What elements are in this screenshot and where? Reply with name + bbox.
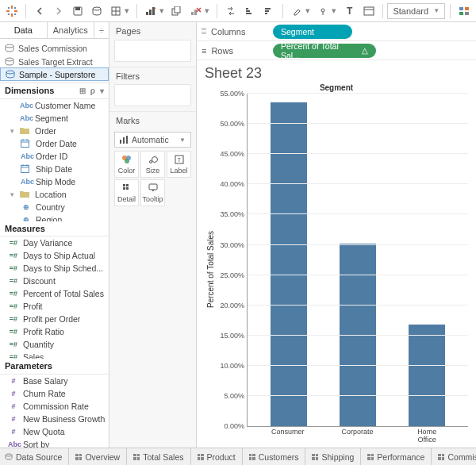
parameter-field[interactable]: #Base Salary	[0, 375, 109, 387]
measure-field[interactable]: =#Profit Ratio	[0, 325, 109, 338]
svg-point-38	[6, 58, 13, 61]
sort-asc-icon[interactable]	[241, 2, 259, 20]
new-datasource-icon[interactable]	[88, 2, 106, 20]
group-icon[interactable]	[314, 2, 332, 20]
dimension-field[interactable]: AbcCustomer Name	[0, 99, 109, 112]
bar-consumer[interactable]	[271, 102, 307, 426]
measure-field[interactable]: =#Days to Ship Actual	[0, 249, 109, 262]
x-tick: Home Office	[409, 428, 445, 444]
svg-rect-33	[459, 7, 463, 10]
sheet-tab[interactable]: Shipping	[305, 448, 361, 465]
dimension-field[interactable]: AbcOrder ID	[0, 150, 109, 163]
logo-icon[interactable]	[3, 2, 21, 20]
measure-field[interactable]: =#Day Variance	[0, 236, 109, 249]
duplicate-icon[interactable]	[168, 2, 186, 20]
sheet-tab[interactable]: Performance	[361, 448, 432, 465]
sheet-tab[interactable]: Customers	[243, 448, 306, 465]
dropdown-icon[interactable]: ▾	[205, 2, 212, 20]
back-icon[interactable]	[31, 2, 48, 20]
dimension-field[interactable]: Ship Date	[0, 163, 109, 175]
measure-field[interactable]: =#Discount	[0, 275, 109, 287]
measure-field[interactable]: =#Sales	[0, 351, 109, 359]
showme-icon[interactable]	[455, 2, 473, 20]
measure-field[interactable]: =#Profit	[0, 300, 109, 313]
sheet-tab[interactable]: Product	[191, 448, 243, 465]
datasource-list: Sales CommissionSales Target ExtractSamp…	[0, 39, 109, 83]
parameter-field[interactable]: #New Quota	[0, 425, 109, 438]
dimensions-list: AbcCustomer NameAbcSegment▾OrderOrder Da…	[0, 99, 109, 221]
dropdown-icon[interactable]: ▾	[159, 2, 167, 20]
dimension-field[interactable]: ▾Order	[0, 125, 109, 137]
menu-icon[interactable]: ▾	[100, 86, 104, 95]
sheet-tab[interactable]: Data Source	[0, 448, 69, 465]
parameter-field[interactable]: AbcSort by	[0, 438, 109, 448]
measure-field[interactable]: =#Quantity	[0, 338, 109, 351]
label-icon[interactable]: T	[341, 2, 359, 20]
mark-card-label[interactable]: TLabel	[167, 151, 191, 178]
dropdown-icon[interactable]: ▾	[305, 2, 313, 20]
measure-field[interactable]: =#Percent of Total Sales	[0, 287, 109, 300]
chart-plot[interactable]: 0.00%5.00%10.00%15.00%20.00%25.00%30.00%…	[247, 94, 468, 427]
dimension-field[interactable]: Order Date	[0, 137, 109, 150]
dimension-field[interactable]: AbcSegment	[0, 112, 109, 125]
sheet-tab[interactable]: Commission Model	[432, 448, 476, 465]
parameter-field[interactable]: #New Business Growth	[0, 413, 109, 425]
pages-shelf[interactable]	[114, 40, 191, 62]
measure-field[interactable]: =#Days to Ship Sched...	[0, 262, 109, 275]
view-pane: ⦙⦙⦙ Columns Segment ≡ Rows Percent of To…	[197, 22, 476, 448]
rows-pill[interactable]: Percent of Total Sal... △	[273, 44, 376, 58]
datasource-item[interactable]: Sales Commission	[0, 41, 109, 55]
dimension-field[interactable]: ▾Location	[0, 188, 109, 201]
sheet-tab[interactable]: Total Sales	[127, 448, 190, 465]
columns-pill[interactable]: Segment	[273, 25, 352, 39]
svg-rect-3	[14, 10, 17, 12]
rows-icon: ≡	[202, 46, 206, 56]
highlight-icon[interactable]	[288, 2, 305, 20]
sheet-tab[interactable]: Overview	[69, 448, 127, 465]
mark-type-select[interactable]: Automatic ▼	[114, 132, 191, 148]
new-worksheet-icon[interactable]	[107, 2, 125, 20]
bar-home-office[interactable]	[409, 325, 445, 426]
datasource-item[interactable]: Sample - Superstore	[0, 67, 109, 81]
sheet-title[interactable]: Sheet 23	[205, 65, 468, 82]
svg-rect-31	[364, 7, 374, 15]
measure-field[interactable]: =#Profit per Order	[0, 313, 109, 325]
mark-card-size[interactable]: Size	[140, 151, 165, 178]
svg-rect-2	[6, 10, 10, 12]
mark-card-tooltip[interactable]: Tooltip	[140, 179, 165, 206]
fit-mode-select[interactable]: Standard ▼	[387, 3, 445, 19]
worksheet-icon	[198, 454, 204, 460]
dropdown-icon[interactable]: ▾	[125, 2, 132, 20]
parameter-field[interactable]: #Commission Rate	[0, 400, 109, 413]
tab-analytics[interactable]: Analytics	[48, 22, 95, 38]
datasource-item[interactable]: Sales Target Extract	[0, 55, 109, 68]
dimension-field[interactable]: ⊕Country	[0, 201, 109, 213]
mark-card-color[interactable]: Color	[114, 151, 139, 178]
svg-point-30	[321, 9, 324, 12]
dimension-field[interactable]: ⊕Region	[0, 213, 109, 221]
filters-shelf[interactable]	[114, 84, 191, 106]
forward-icon[interactable]	[50, 2, 67, 20]
tab-data[interactable]: Data	[0, 22, 48, 38]
dimension-field[interactable]: AbcShip Mode	[0, 175, 109, 188]
swap-icon[interactable]	[222, 2, 240, 20]
dropdown-icon[interactable]: ▾	[332, 2, 339, 20]
clear-icon[interactable]	[187, 2, 205, 20]
new-sheet-icon[interactable]: +	[142, 2, 159, 20]
view-icon[interactable]: ⊞	[79, 86, 86, 95]
parameter-field[interactable]: #Churn Rate	[0, 387, 109, 400]
showhide-icon[interactable]	[360, 2, 378, 20]
search-icon[interactable]: ρ	[90, 86, 95, 95]
svg-rect-48	[120, 140, 121, 144]
svg-rect-49	[123, 137, 125, 144]
worksheet-icon	[249, 454, 255, 460]
sort-desc-icon[interactable]	[260, 2, 278, 20]
y-tick: 50.00%	[216, 120, 244, 128]
caret-icon: ▼	[179, 136, 186, 144]
save-icon[interactable]	[69, 2, 86, 20]
tab-collapse-icon[interactable]: ÷	[94, 22, 109, 38]
worksheet-icon	[312, 454, 318, 460]
svg-rect-7	[14, 13, 16, 15]
mark-card-detail[interactable]: Detail	[114, 179, 139, 206]
dimensions-header: Dimensions	[5, 86, 54, 95]
